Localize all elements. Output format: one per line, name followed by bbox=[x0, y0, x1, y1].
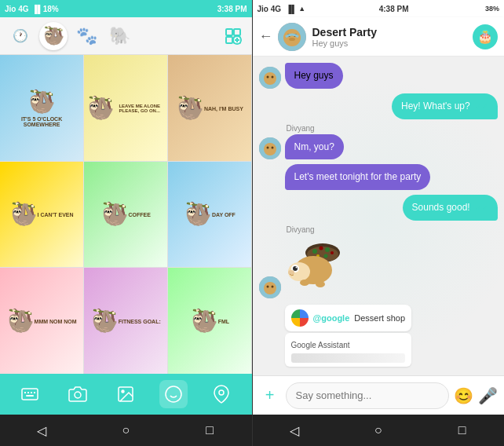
time-left: 3:38 PM bbox=[217, 5, 247, 13]
sticker-day-off[interactable]: 🦥 DAY OFF bbox=[168, 162, 251, 268]
home-button-right[interactable]: ○ bbox=[363, 423, 394, 437]
message-row: Let's meet tonight for the party bbox=[259, 164, 499, 190]
message-row: Sounds good! ✓✓ bbox=[259, 195, 499, 221]
svg-point-41 bbox=[325, 247, 330, 252]
sticker-label-8: FITNESS GOAL: bbox=[119, 319, 161, 324]
bottom-toolbar bbox=[0, 374, 252, 415]
message-input[interactable] bbox=[286, 382, 450, 409]
tab-sloth-pack-3[interactable]: 🐘 bbox=[105, 22, 133, 50]
back-arrow-button[interactable]: ← bbox=[259, 28, 273, 45]
battery-right: 38% bbox=[485, 5, 499, 13]
left-panel: Jio 4G ▐▌ 18% 3:38 PM 🕐 🦥 🐾 🐘 bbox=[0, 0, 252, 446]
svg-point-32 bbox=[271, 147, 273, 149]
message-row: Hey! What's up? ✓✓ bbox=[259, 93, 499, 119]
message-bubble-wrap: Divyang Nm, you? bbox=[285, 124, 344, 160]
sticker-label-2: LEAVE ME ALONE PLEASE, GO ON... bbox=[115, 104, 164, 113]
recent-button-left[interactable]: □ bbox=[194, 423, 225, 437]
google-mention: @google bbox=[313, 313, 350, 323]
message-row: Divyang bbox=[259, 225, 499, 298]
back-button-left[interactable]: ◁ bbox=[26, 423, 57, 438]
google-icon bbox=[291, 309, 309, 327]
message-bubble-wrap: Let's meet tonight for the party bbox=[285, 164, 431, 190]
message-bubble: Let's meet tonight for the party bbox=[285, 164, 431, 190]
sticker-its-5-oclock[interactable]: 🦥 IT'S 5 O'CLOCK SOMEWHERE bbox=[0, 55, 83, 161]
gallery-button[interactable] bbox=[111, 380, 140, 408]
wifi-icon-right: ▲ bbox=[298, 5, 305, 13]
sticker-nah-im-busy[interactable]: 🦥 NAH, I'M BUSY bbox=[168, 55, 251, 161]
message-bubble-wrap: Sounds good! ✓✓ bbox=[403, 195, 498, 221]
recent-button-right[interactable]: □ bbox=[447, 423, 478, 437]
battery-left: 18% bbox=[43, 5, 59, 13]
google-response-label: Google Assistant bbox=[291, 341, 350, 349]
message-row: Hey guys bbox=[259, 63, 499, 89]
message-row: Divyang Nm, you? bbox=[259, 124, 499, 160]
camera-button[interactable] bbox=[64, 380, 92, 408]
message-bubble: Hey guys bbox=[285, 63, 343, 89]
google-response-preview: Google Assistant bbox=[285, 333, 412, 367]
sticker-fml[interactable]: 🦥 FML bbox=[168, 268, 251, 374]
svg-point-16 bbox=[166, 386, 181, 402]
nav-bar-left: ◁ ○ □ bbox=[0, 415, 252, 446]
message-tick: ✓✓ bbox=[476, 103, 488, 111]
svg-rect-12 bbox=[26, 395, 34, 397]
sticker-fitness-goal[interactable]: 🦥 FITNESS GOAL: bbox=[84, 268, 167, 374]
svg-rect-9 bbox=[27, 392, 29, 393]
add-content-button[interactable]: + bbox=[259, 386, 281, 404]
google-assist-row[interactable]: @google Dessert shop bbox=[285, 305, 412, 331]
nav-bar-right: ◁ ○ □ bbox=[253, 415, 505, 446]
signal-icon-left: ▐▌ bbox=[32, 5, 43, 13]
right-panel: Jio 4G ▐▌ ▲ 4:38 PM 38% ← Desert Party H… bbox=[253, 0, 505, 446]
sticker-label-1: IT'S 5 O'CLOCK SOMEWHERE bbox=[7, 116, 76, 127]
svg-point-44 bbox=[323, 254, 327, 258]
emoji-button[interactable]: 😊 bbox=[454, 386, 473, 405]
carrier-right: Jio 4G bbox=[257, 5, 282, 13]
svg-point-36 bbox=[271, 285, 273, 287]
tab-sloth-pack-2[interactable]: 🐾 bbox=[72, 22, 100, 50]
svg-rect-2 bbox=[226, 37, 232, 43]
sticker-tabs: 🕐 🦥 🐾 🐘 bbox=[0, 17, 252, 55]
location-button[interactable] bbox=[207, 380, 236, 408]
chat-input-bar: + 😊 🎤 bbox=[253, 375, 505, 415]
avatar bbox=[259, 67, 281, 89]
mic-button[interactable]: 🎤 bbox=[478, 386, 498, 405]
tab-recent[interactable]: 🕐 bbox=[6, 22, 35, 50]
svg-point-39 bbox=[312, 249, 317, 254]
back-button-right[interactable]: ◁ bbox=[279, 423, 310, 438]
message-bubble: Nm, you? bbox=[285, 134, 344, 160]
status-bar-left: Jio 4G ▐▌ 18% 3:38 PM bbox=[0, 0, 252, 17]
add-sticker-pack-button[interactable] bbox=[221, 24, 246, 49]
message-bubble: Hey! What's up? ✓✓ bbox=[392, 93, 498, 119]
sticker-grid: 🦥 IT'S 5 O'CLOCK SOMEWHERE 🦥 LEAVE ME AL… bbox=[0, 55, 252, 374]
keyboard-toggle-button[interactable] bbox=[16, 380, 44, 408]
group-name: Desert Party bbox=[312, 26, 473, 38]
svg-point-28 bbox=[271, 75, 273, 78]
sticker-label-5: COFFEE bbox=[129, 212, 151, 218]
time-right: 4:38 PM bbox=[379, 5, 409, 13]
avatar bbox=[259, 137, 281, 159]
sticker-button[interactable] bbox=[159, 380, 188, 408]
svg-point-40 bbox=[319, 247, 323, 250]
svg-point-51 bbox=[300, 280, 309, 286]
sticker-label-4: I CAN'T EVEN bbox=[38, 212, 74, 218]
svg-rect-0 bbox=[226, 29, 232, 35]
sticker-nom-nom[interactable]: 🦥 MMM NOM NOM bbox=[0, 268, 83, 374]
google-query: Dessert shop bbox=[354, 313, 405, 323]
sticker-coffee[interactable]: 🦥 COFFEE bbox=[84, 162, 167, 268]
google-assist-card: @google Dessert shop Google Assistant bbox=[285, 303, 412, 367]
svg-rect-8 bbox=[24, 392, 26, 393]
svg-point-26 bbox=[264, 72, 276, 85]
status-bar-right: Jio 4G ▐▌ ▲ 4:38 PM 38% bbox=[253, 0, 505, 17]
svg-point-50 bbox=[288, 270, 294, 275]
svg-rect-7 bbox=[22, 389, 38, 400]
sticker-i-cant-even[interactable]: 🦥 I CAN'T EVEN bbox=[0, 162, 83, 268]
home-button-left[interactable]: ○ bbox=[110, 423, 141, 437]
svg-point-13 bbox=[75, 392, 81, 398]
message-tick: ✓✓ bbox=[476, 204, 488, 212]
svg-point-15 bbox=[122, 390, 124, 393]
sticker-leave-me-alone[interactable]: 🦥 LEAVE ME ALONE PLEASE, GO ON... bbox=[84, 55, 167, 161]
tab-sloth-pack-1[interactable]: 🦥 bbox=[39, 22, 68, 50]
sticker-label-9: FML bbox=[218, 319, 229, 324]
group-action-button[interactable]: 🎂 bbox=[473, 24, 498, 49]
svg-rect-11 bbox=[34, 392, 35, 393]
svg-point-27 bbox=[266, 75, 268, 78]
